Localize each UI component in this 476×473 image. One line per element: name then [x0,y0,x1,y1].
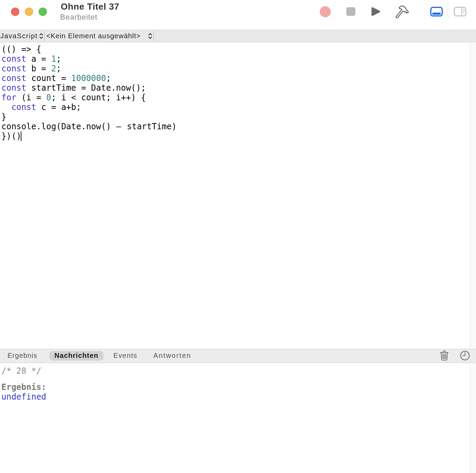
chevron-updown-icon [148,33,152,39]
code-token: 1000000 [71,73,106,83]
editor-scrollbar-track[interactable] [470,43,476,349]
code-token [1,102,11,112]
compile-button[interactable] [395,5,410,19]
code-token: 1 [51,54,56,64]
code-line: })() [1,131,470,141]
code-token: b = [26,64,51,73]
history-clock-icon[interactable] [460,350,470,361]
record-button[interactable] [320,6,331,17]
script-editor-window: Ohne Titel 37 Bearbeitet [0,0,476,473]
code-token: (i = [16,93,46,102]
code-line: const startTime = Date.now(); [1,83,470,93]
code-line: const c = a+b; [1,102,470,112]
code-token: const [11,102,36,112]
code-token: count = [26,73,71,83]
code-token: })() [1,131,21,141]
code-token: ; [56,54,61,64]
stop-button[interactable] [346,7,355,16]
toolbar [0,0,476,30]
code-token: startTime = Date.now(); [26,83,146,93]
console-result-value: undefined [1,392,470,402]
code-editor[interactable]: (() => {const a = 1;const b = 2;const co… [0,43,476,349]
code-token: c = a+b; [36,102,81,112]
show-bottom-panel-button[interactable] [430,6,443,17]
code-token: — [116,122,121,131]
trash-icon[interactable] [439,350,449,361]
code-token: ; [56,64,61,73]
title-bar: Ohne Titel 37 Bearbeitet [0,0,476,30]
code-token: startTime) [122,122,177,131]
element-popup[interactable]: <Kein Element ausgewählt> [46,30,141,42]
code-line: console.log(Date.now() — startTime) [1,122,470,131]
code-token: const [1,54,26,64]
console-spacer [1,376,470,382]
tab-antworten[interactable]: Antworten [153,349,191,362]
code-token: 2 [51,64,56,73]
chevron-updown-icon [39,33,43,39]
code-token: a = [26,54,51,64]
console-result-label: Ergebnis: [1,382,470,392]
console-output: /* 28 */ Ergebnis: undefined [0,363,476,473]
code-line: const b = 2; [1,64,470,73]
code-token: (() => { [1,44,41,54]
code-token: for [1,93,16,102]
code-token: const [1,73,26,83]
code-token: ; i < count; i++) { [51,93,146,102]
code-token: const [1,64,26,73]
code-line: const a = 1; [1,54,470,64]
code-token: console.log(Date.now() [1,122,116,131]
accessory-tab-bar: Ergebnis Nachrichten Events Antworten [0,349,476,363]
code-line: const count = 1000000; [1,73,470,83]
text-caret [21,131,21,141]
popup-separator [44,31,45,41]
language-popup[interactable]: JavaScript [0,30,38,42]
toolbar-separator [448,3,448,18]
code-token: ; [106,73,111,83]
console-text: /* 28 */ Ergebnis: undefined [0,363,470,473]
popup-separator [153,31,154,41]
tab-events[interactable]: Events [111,349,139,362]
output-scrollbar-track[interactable] [470,363,476,473]
code-line: (() => { [1,44,470,54]
code-token: const [1,83,26,93]
code-token: } [1,112,6,122]
run-button[interactable] [371,7,381,17]
console-comment: /* 28 */ [1,366,470,376]
show-inspector-button[interactable] [453,6,467,17]
code-text[interactable]: (() => {const a = 1;const b = 2;const co… [0,43,470,349]
navigation-bar: JavaScript <Kein Element ausgewählt> [0,30,476,42]
tab-nachrichten[interactable]: Nachrichten [49,349,103,362]
code-line: for (i = 0; i < count; i++) { [1,93,470,102]
tab-ergebnis[interactable]: Ergebnis [7,349,38,362]
code-token: 0 [46,93,51,102]
code-line: } [1,112,470,122]
